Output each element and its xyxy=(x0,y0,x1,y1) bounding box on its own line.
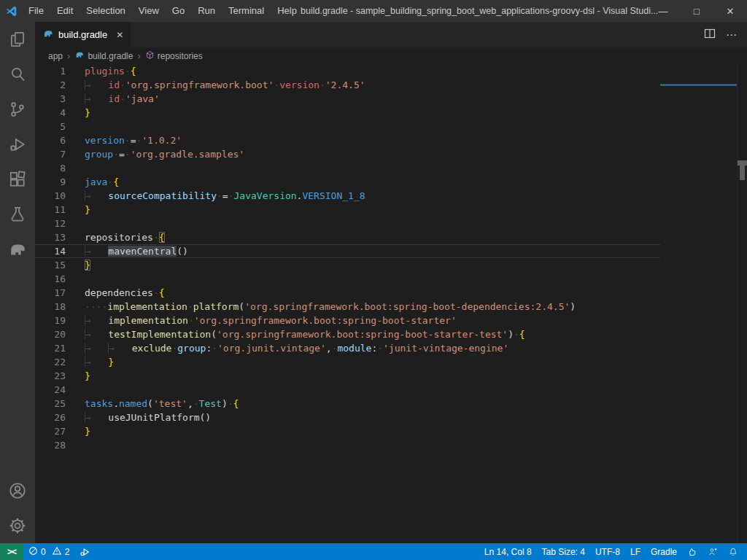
breadcrumb-build-gradle[interactable]: build.gradle xyxy=(74,50,133,62)
code-line[interactable]: 2→ id·'org.springframework.boot'·version… xyxy=(35,78,660,92)
line-number: 17 xyxy=(35,286,66,300)
code-line[interactable]: 1plugins·{ xyxy=(35,64,660,78)
menu-terminal[interactable]: Terminal xyxy=(222,0,271,22)
code-line[interactable]: 9java·{ xyxy=(35,175,660,189)
code-line[interactable]: 21→ → exclude·group:·'org.junit.vintage'… xyxy=(35,341,660,355)
activity-bar xyxy=(0,22,35,543)
line-number: 14 xyxy=(35,244,66,258)
code-text: } xyxy=(66,106,90,120)
line-number: 27 xyxy=(35,424,66,438)
minimap-highlight xyxy=(660,84,737,86)
code-text xyxy=(66,272,85,286)
code-line[interactable]: 16 xyxy=(35,272,660,286)
code-line[interactable]: 19→ implementation·'org.springframework.… xyxy=(35,314,660,327)
overview-ruler-cursor-marker xyxy=(738,160,747,166)
tab-build-gradle[interactable]: build.gradle ✕ xyxy=(35,22,131,47)
menu-edit[interactable]: Edit xyxy=(50,0,80,22)
line-number: 5 xyxy=(35,120,66,133)
code-line[interactable]: 17dependencies·{ xyxy=(35,286,660,300)
accounts-icon[interactable] xyxy=(0,473,35,508)
error-circle-icon xyxy=(28,546,38,558)
overview-ruler[interactable] xyxy=(737,64,747,543)
code-line[interactable]: 12 xyxy=(35,217,660,230)
testing-icon[interactable] xyxy=(0,197,35,232)
problems-indicator[interactable]: 0 2 xyxy=(23,543,74,560)
code-line[interactable]: 22→ } xyxy=(35,355,660,369)
run-and-debug-icon[interactable] xyxy=(0,127,35,162)
menu-selection[interactable]: Selection xyxy=(80,0,131,22)
debug-task-icon[interactable] xyxy=(74,543,96,560)
feedback-person-icon[interactable] xyxy=(703,543,723,560)
search-icon[interactable] xyxy=(0,57,35,92)
code-line[interactable]: 27} xyxy=(35,424,660,438)
code-area[interactable]: 1plugins·{2→ id·'org.springframework.boo… xyxy=(35,64,660,452)
breadcrumb-repositories[interactable]: repositories xyxy=(145,50,203,62)
tab-close-icon[interactable]: ✕ xyxy=(116,30,123,40)
minimize-button[interactable]: — xyxy=(646,0,680,22)
symbol-cube-icon xyxy=(145,50,155,62)
code-text: → testImplementation('org.springframewor… xyxy=(66,327,525,341)
code-line[interactable]: 6version·=·'1.0.2' xyxy=(35,133,660,147)
code-line[interactable]: 18····implementation·platform('org.sprin… xyxy=(35,300,660,314)
overview-ruler-marker xyxy=(740,166,745,180)
menu-help[interactable]: Help xyxy=(271,0,303,22)
split-editor-icon[interactable] xyxy=(704,28,716,42)
extensions-icon[interactable] xyxy=(0,162,35,197)
code-text: } xyxy=(66,203,90,217)
code-text xyxy=(66,383,85,397)
vscode-logo-icon xyxy=(0,5,22,18)
status-bar: >< 0 2 Ln 14, Col 8 Tab Size: 4 UTF-8 LF… xyxy=(0,543,747,560)
code-text xyxy=(66,161,85,175)
code-line[interactable]: 5 xyxy=(35,120,660,133)
settings-gear-icon[interactable] xyxy=(0,508,35,543)
breadcrumb-app[interactable]: app xyxy=(48,51,63,61)
minimap[interactable] xyxy=(660,64,737,543)
source-control-icon[interactable] xyxy=(0,92,35,127)
line-number: 20 xyxy=(35,327,66,341)
explorer-icon[interactable] xyxy=(0,22,35,57)
language-mode[interactable]: Gradle xyxy=(646,543,682,560)
line-number: 18 xyxy=(35,300,66,314)
remote-indicator[interactable]: >< xyxy=(0,543,23,560)
code-line[interactable]: 25tasks.named('test',·Test)·{ xyxy=(35,397,660,411)
notifications-bell-icon[interactable] xyxy=(723,543,747,560)
code-line[interactable]: 24 xyxy=(35,383,660,397)
window-title: build.gradle - sample_building_spring_bo… xyxy=(301,0,658,22)
code-line[interactable]: 13repositories·{ xyxy=(35,230,660,244)
warning-triangle-icon xyxy=(52,546,62,558)
more-actions-icon[interactable]: ⋯ xyxy=(726,28,737,42)
cursor-position[interactable]: Ln 14, Col 8 xyxy=(479,543,537,560)
code-line[interactable]: 7group·=·'org.gradle.samples' xyxy=(35,147,660,161)
line-number: 16 xyxy=(35,272,66,286)
code-line[interactable]: 4} xyxy=(35,106,660,120)
encoding-setting[interactable]: UTF-8 xyxy=(590,543,625,560)
line-number: 6 xyxy=(35,133,66,147)
code-line[interactable]: 28 xyxy=(35,438,660,452)
line-number: 22 xyxy=(35,355,66,369)
close-button[interactable]: ✕ xyxy=(713,0,747,22)
code-line[interactable]: 15} xyxy=(35,258,660,272)
code-line[interactable]: 3→ id·'java' xyxy=(35,92,660,106)
thumbs-up-icon[interactable] xyxy=(682,543,703,560)
code-text xyxy=(66,438,85,452)
code-text: group·=·'org.gradle.samples' xyxy=(66,147,244,161)
code-line[interactable]: 8 xyxy=(35,161,660,175)
code-text: → } xyxy=(66,355,114,369)
code-line[interactable]: 23} xyxy=(35,369,660,383)
menu-file[interactable]: File xyxy=(22,0,50,22)
menu-run[interactable]: Run xyxy=(191,0,222,22)
code-text xyxy=(66,217,85,230)
code-line[interactable]: 20→ testImplementation('org.springframew… xyxy=(35,327,660,341)
menu-view[interactable]: View xyxy=(132,0,166,22)
title-bar: File Edit Selection View Go Run Terminal… xyxy=(0,0,747,22)
maximize-button[interactable]: □ xyxy=(680,0,713,22)
eol-setting[interactable]: LF xyxy=(625,543,646,560)
indentation-setting[interactable]: Tab Size: 4 xyxy=(537,543,590,560)
code-line[interactable]: 26→ useJUnitPlatform() xyxy=(35,411,660,424)
code-line[interactable]: 10→ sourceCompatibility·=·JavaVersion.VE… xyxy=(35,189,660,203)
code-editor[interactable]: 1plugins·{2→ id·'org.springframework.boo… xyxy=(35,64,747,543)
menu-go[interactable]: Go xyxy=(166,0,191,22)
code-line[interactable]: 11} xyxy=(35,203,660,217)
gradle-icon[interactable] xyxy=(0,232,35,267)
code-line[interactable]: 14→ mavenCentral() xyxy=(35,244,660,258)
